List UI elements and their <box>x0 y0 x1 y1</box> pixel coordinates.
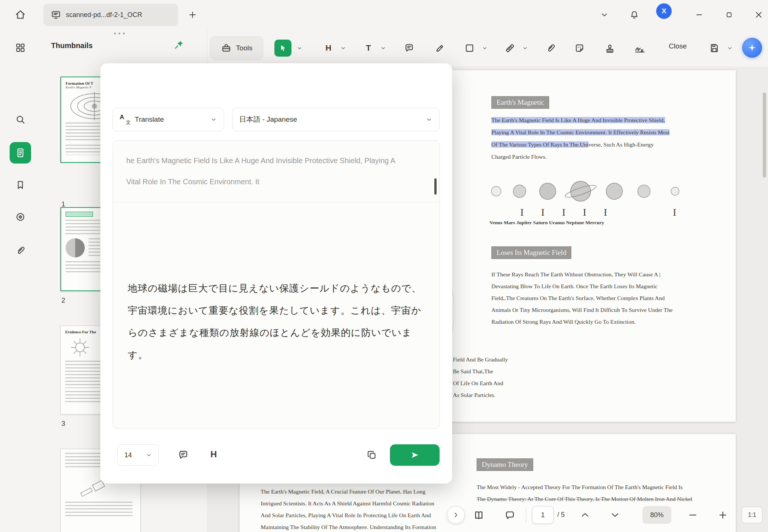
sidebar-apps-button[interactable] <box>12 40 29 56</box>
source-scrollbar[interactable] <box>434 178 437 195</box>
page2-left-paragraph[interactable]: The Earth's Magnetic Field, A Crucial Fe… <box>261 486 436 532</box>
stamp-tool-button[interactable] <box>602 40 618 56</box>
language-dropdown[interactable]: 日本語 - Japanese <box>232 108 440 131</box>
text-tool-chevron[interactable] <box>380 45 387 51</box>
home-icon <box>14 9 26 21</box>
heading-tool-icon: H <box>325 43 331 53</box>
measure-tool-button[interactable] <box>502 40 518 56</box>
sidebar-thumbnails-button[interactable] <box>10 142 31 164</box>
heading-tool-chevron[interactable] <box>340 45 347 51</box>
text-tool-button[interactable]: T <box>361 40 376 56</box>
home-button[interactable] <box>12 7 29 23</box>
sidebar-attachments-button[interactable] <box>12 242 29 259</box>
minimize-icon <box>695 10 704 19</box>
panel-title: Thumbnails <box>51 41 93 50</box>
translate-submit-button[interactable] <box>390 444 440 466</box>
page1-heading-text: Earth's Magnetic <box>497 98 544 106</box>
attach-tool-button[interactable] <box>543 40 558 56</box>
tools-button[interactable]: Tools <box>210 36 263 60</box>
close-icon <box>426 80 436 89</box>
next-page-button[interactable] <box>610 509 621 521</box>
chevron-down-icon <box>600 10 609 19</box>
close-window-button[interactable] <box>751 7 767 23</box>
notifications-button[interactable] <box>626 7 642 23</box>
left-sidebar <box>0 30 41 532</box>
heading-tool-button[interactable]: H <box>321 40 336 56</box>
document-icon <box>15 147 26 158</box>
cursor-icon <box>278 43 288 53</box>
page2-heading[interactable]: Dynamo Theory <box>477 458 533 471</box>
plus-icon <box>188 10 197 20</box>
select-tool-chevron[interactable] <box>296 45 303 51</box>
chevron-down-icon <box>210 116 217 123</box>
user-avatar[interactable]: X <box>656 3 672 19</box>
chevron-up-icon <box>580 509 591 521</box>
planet-mercury <box>671 187 679 195</box>
shape-tool-chevron[interactable] <box>481 45 488 51</box>
dialog-copy-button[interactable] <box>365 449 378 461</box>
shape-tool-button[interactable] <box>462 40 477 56</box>
new-tab-button[interactable] <box>184 7 201 23</box>
highlighter-tool-button[interactable] <box>432 40 448 56</box>
font-size-value: 14 <box>124 451 132 459</box>
font-size-dropdown[interactable]: 14 <box>117 444 159 466</box>
close-icon <box>754 10 764 20</box>
toolbox-icon <box>221 43 232 54</box>
page1-heading[interactable]: Earth's Magnetic <box>491 96 549 109</box>
zoom-out-button[interactable] <box>687 509 698 521</box>
paperclip-icon <box>15 245 26 256</box>
sidebar-bookmarks-button[interactable] <box>12 177 29 193</box>
window-menu-button[interactable] <box>596 7 612 23</box>
page1-paragraph-1[interactable]: The Earth's Magnetic Field Is Like A Hug… <box>491 114 670 163</box>
sticker-tool-button[interactable] <box>572 40 587 56</box>
maximize-icon <box>725 10 734 19</box>
page-number-input[interactable] <box>532 506 554 524</box>
paperclip-icon <box>545 43 556 54</box>
planet-saturn <box>571 181 591 201</box>
textarea-divider <box>113 202 440 202</box>
maximize-button[interactable] <box>721 7 737 23</box>
comment-tool-button[interactable] <box>401 40 417 56</box>
annotations-list-button[interactable] <box>504 509 516 521</box>
comment-icon <box>404 43 415 54</box>
translate-dialog: A 文 Translate 日本語 - Japanese he Earth's … <box>100 63 452 484</box>
zoom-level-button[interactable]: 80% <box>642 506 671 524</box>
page1-heading2-text: Loses Its Magnetic Field <box>497 249 566 256</box>
translated-text[interactable]: 地球の磁場は巨大で目に見えない保護シールドのようなもので、宇宙環境において重要な… <box>113 265 440 379</box>
dialog-heading-button[interactable]: H <box>207 448 220 461</box>
sidebar-search-button[interactable] <box>12 111 29 128</box>
source-text[interactable]: he Earth's Magnetic Field Is Like A Huge… <box>113 141 440 202</box>
chat-bubble-icon <box>504 509 516 521</box>
save-chevron[interactable] <box>727 45 733 51</box>
dialog-comment-button[interactable] <box>177 449 190 461</box>
viewer-scrollbar[interactable] <box>763 92 766 178</box>
previous-page-button[interactable] <box>580 509 591 521</box>
planet-diagram[interactable] <box>489 173 681 210</box>
measure-tool-chevron[interactable] <box>522 45 528 51</box>
panel-drag-handle[interactable] <box>114 33 125 34</box>
bell-icon <box>629 10 640 20</box>
translation-textarea[interactable]: he Earth's Magnetic Field Is Like A Huge… <box>113 140 440 429</box>
save-button[interactable] <box>707 40 722 56</box>
close-tools-button[interactable]: Close <box>669 42 687 50</box>
page1-paragraph-2[interactable]: If These Rays Reach The Earth Without Ob… <box>491 269 672 328</box>
minimize-button[interactable] <box>691 7 707 23</box>
page1-heading-2[interactable]: Loses Its Magnetic Field <box>491 246 571 259</box>
document-tab[interactable]: scanned-pd...df-2-1_OCR <box>43 4 178 26</box>
mode-label: Translate <box>135 115 164 124</box>
ai-assistant-button[interactable] <box>742 38 762 58</box>
comment-icon <box>177 449 189 461</box>
pin-panel-button[interactable] <box>173 39 184 50</box>
expand-nav-button[interactable] <box>447 506 465 524</box>
mode-dropdown[interactable]: A 文 Translate <box>113 108 224 131</box>
actual-size-button[interactable]: 1:1 <box>742 507 762 523</box>
select-tool-button[interactable] <box>274 40 291 57</box>
send-arrow-icon <box>410 450 420 460</box>
dialog-close-button[interactable] <box>425 78 437 91</box>
signature-tool-button[interactable] <box>632 40 648 56</box>
page1-clipped-paragraph[interactable]: Field And Be Gradually Be Said That,The … <box>453 354 508 401</box>
zoom-level-value: 80% <box>650 511 664 519</box>
sidebar-voice-button[interactable] <box>12 209 29 225</box>
page-layout-button[interactable] <box>473 509 485 521</box>
zoom-in-button[interactable] <box>717 509 728 521</box>
